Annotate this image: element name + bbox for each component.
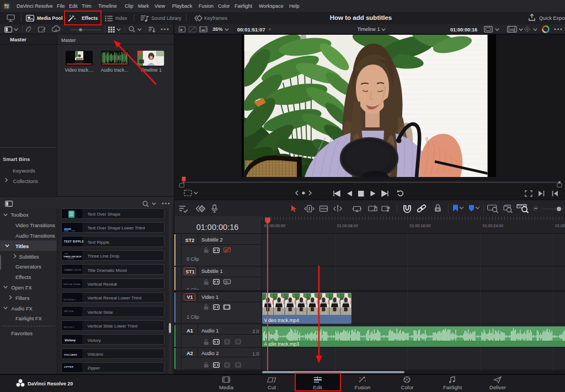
- svg-text:ZIPPER: ZIPPER: [64, 366, 73, 368]
- svg-text:TEXT RIPPLE: TEXT RIPPLE: [64, 241, 84, 244]
- svg-text:VERT SLIDE LT: VERT SLIDE LT: [63, 326, 74, 329]
- svg-text:DRAMATIC MOOD: DRAMATIC MOOD: [65, 269, 82, 271]
- svg-text:HQ: HQ: [510, 28, 515, 31]
- svg-text:Victory: Victory: [65, 339, 76, 342]
- svg-text:THREE LINE DROP: THREE LINE DROP: [63, 256, 82, 258]
- svg-text:VERT REVEAL LT: VERT REVEAL LT: [63, 299, 76, 301]
- svg-text:VERTICAL REVEAL: VERTICAL REVEAL: [63, 283, 81, 285]
- svg-text:VERT SLIDE: VERT SLIDE: [64, 311, 73, 313]
- svg-text:VOLCANO: VOLCANO: [64, 353, 77, 356]
